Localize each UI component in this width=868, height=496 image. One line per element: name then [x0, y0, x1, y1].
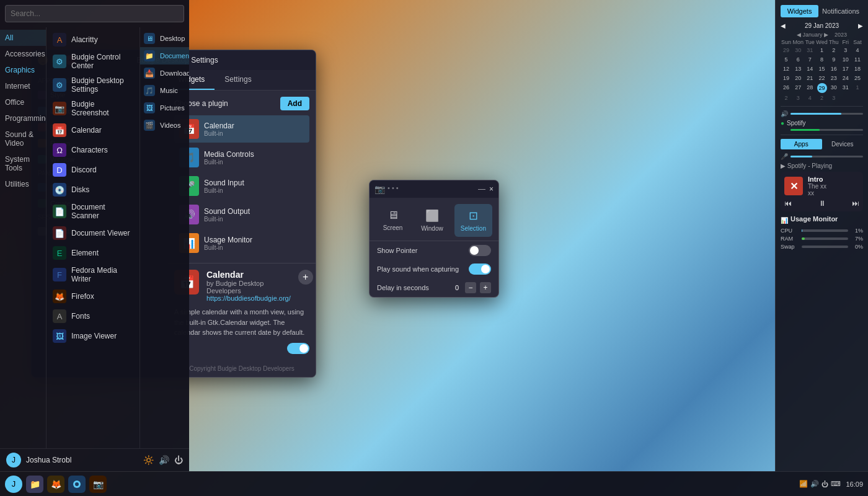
- cal-11[interactable]: 11: [852, 55, 863, 64]
- play-pause-btn[interactable]: ⏸: [818, 199, 826, 208]
- cal-4[interactable]: 4: [852, 46, 863, 55]
- tab-apps[interactable]: Apps: [781, 139, 822, 149]
- cal-26[interactable]: 26: [781, 83, 792, 93]
- cat-system-tools[interactable]: System Tools: [0, 151, 46, 176]
- brightness-icon[interactable]: 🔆: [143, 455, 154, 465]
- cal-3[interactable]: 3: [840, 46, 851, 55]
- cal-22[interactable]: 22: [816, 74, 827, 82]
- show-pointer-toggle[interactable]: [469, 245, 491, 256]
- plugin-toggle-switch[interactable]: [287, 343, 309, 354]
- cal-30-dec[interactable]: 30: [792, 46, 804, 55]
- cal-next-btn[interactable]: ▶: [858, 22, 863, 29]
- cal-2-feb[interactable]: 2: [781, 94, 792, 102]
- ss-selection-mode[interactable]: ⊡ Selection: [454, 204, 492, 237]
- app-image-viewer[interactable]: 🖼 Image Viewer: [46, 326, 140, 346]
- app-budgie-screenshot[interactable]: 📷 Budgie Screenshot: [46, 97, 140, 120]
- cal-19[interactable]: 19: [781, 74, 792, 82]
- ss-screen-mode[interactable]: 🖥 Screen: [376, 204, 410, 237]
- place-music[interactable]: 🎵 Music: [140, 82, 189, 99]
- cal-30[interactable]: 30: [828, 83, 839, 93]
- app-document-scanner[interactable]: 📄 Document Scanner: [46, 200, 140, 223]
- place-documents[interactable]: 📁 Documents: [140, 47, 189, 64]
- plugin-sound-input[interactable]: 🎤 Sound Input Built-in: [174, 172, 309, 200]
- ss-window-mode[interactable]: ⬜ Window: [415, 204, 450, 237]
- cat-accessories[interactable]: Accessories: [0, 46, 46, 62]
- app-budgie-desktop-settings[interactable]: ⚙ Budgie Desktop Settings: [46, 73, 140, 97]
- cal-23[interactable]: 23: [828, 74, 839, 82]
- cat-programming[interactable]: Programming: [0, 110, 46, 126]
- cal-25[interactable]: 25: [852, 74, 863, 82]
- place-pictures[interactable]: 🖼 Pictures: [140, 99, 189, 117]
- cat-sound-video[interactable]: Sound & Video: [0, 126, 46, 151]
- cal-20[interactable]: 20: [792, 74, 804, 82]
- plugin-media-controls[interactable]: 🎵 Media Controls Built-in: [174, 144, 309, 171]
- place-downloads[interactable]: 📥 Downloads: [140, 64, 189, 82]
- search-input[interactable]: [5, 5, 184, 22]
- app-characters[interactable]: Ω Characters: [46, 140, 140, 160]
- app-document-viewer[interactable]: 📄 Document Viewer: [46, 223, 140, 243]
- app-alacritty[interactable]: A Alacritty: [46, 30, 140, 50]
- play-sound-toggle[interactable]: [469, 264, 491, 275]
- cal-5[interactable]: 5: [781, 55, 792, 64]
- plugin-calendar[interactable]: 📅 Calendar Built-in: [174, 115, 309, 143]
- cat-utilities[interactable]: Utilities: [0, 176, 46, 192]
- ss-minimize-btn[interactable]: —: [478, 185, 485, 193]
- plugin-usage-monitor[interactable]: 📊 Usage Monitor Built-in: [174, 229, 309, 257]
- cal-27[interactable]: 27: [792, 83, 804, 93]
- cal-29-dec[interactable]: 29: [781, 46, 792, 55]
- app-discord[interactable]: D Discord: [46, 160, 140, 180]
- mic-bar[interactable]: [790, 156, 863, 157]
- app-firefox[interactable]: 🦊 Firefox: [46, 286, 140, 306]
- taskbar-firefox[interactable]: 🦊: [47, 476, 64, 493]
- cal-1[interactable]: 1: [816, 46, 827, 55]
- power-icon[interactable]: ⏻: [174, 455, 183, 465]
- cal-10[interactable]: 10: [840, 55, 851, 64]
- app-element[interactable]: E Element: [46, 243, 140, 263]
- cal-1-feb[interactable]: 1: [852, 83, 863, 93]
- delay-increase-btn[interactable]: +: [480, 282, 491, 293]
- cal-8[interactable]: 8: [816, 55, 827, 64]
- tab-devices[interactable]: Devices: [822, 139, 864, 149]
- place-videos[interactable]: 🎬 Videos: [140, 117, 189, 134]
- cal-17[interactable]: 17: [840, 64, 851, 73]
- cal-9[interactable]: 9: [828, 55, 839, 64]
- cal-7[interactable]: 7: [804, 55, 815, 64]
- app-budgie-control-center[interactable]: ⚙ Budgie Control Center: [46, 50, 140, 73]
- delay-decrease-btn[interactable]: −: [465, 282, 476, 293]
- cal-31[interactable]: 31: [840, 83, 851, 93]
- place-desktop[interactable]: 🖥 Desktop: [140, 30, 189, 47]
- app-calendar[interactable]: 📅 Calendar: [46, 120, 140, 140]
- cal-16[interactable]: 16: [828, 64, 839, 73]
- cal-2-feb2[interactable]: 2: [816, 94, 827, 102]
- cal-3-feb[interactable]: 3: [792, 94, 804, 102]
- tab-widgets[interactable]: Widgets: [781, 5, 818, 17]
- app-disks[interactable]: 💿 Disks: [46, 180, 140, 200]
- cat-internet[interactable]: Internet: [0, 78, 46, 94]
- plugin-add-button[interactable]: +: [298, 270, 313, 285]
- cal-2[interactable]: 2: [828, 46, 839, 55]
- taskbar-files[interactable]: 📁: [26, 476, 43, 493]
- cat-all[interactable]: All: [0, 30, 46, 46]
- cal-29-today[interactable]: 29: [817, 83, 827, 93]
- cal-24[interactable]: 24: [840, 74, 851, 82]
- cat-office[interactable]: Office: [0, 94, 46, 110]
- cal-3-feb2[interactable]: 3: [828, 94, 839, 102]
- spotify-volume-bar[interactable]: [790, 129, 863, 131]
- app-fonts[interactable]: A Fonts: [46, 306, 140, 326]
- cal-28[interactable]: 28: [804, 83, 815, 93]
- add-plugin-button[interactable]: Add: [280, 97, 309, 110]
- next-btn[interactable]: ⏭: [852, 199, 859, 208]
- taskbar-budgie[interactable]: [68, 476, 86, 493]
- ss-close-btn[interactable]: ×: [489, 185, 494, 193]
- cal-prev-btn[interactable]: ◀: [781, 22, 786, 29]
- tab-notifications[interactable]: Notifications: [818, 5, 863, 17]
- cal-18[interactable]: 18: [852, 64, 863, 73]
- cal-4-feb[interactable]: 4: [804, 94, 815, 102]
- taskbar-user-avatar[interactable]: J: [5, 476, 22, 493]
- cal-13[interactable]: 13: [792, 64, 804, 73]
- volume-icon[interactable]: 🔊: [159, 455, 169, 465]
- cal-6[interactable]: 6: [792, 55, 804, 64]
- cal-14[interactable]: 14: [804, 64, 815, 73]
- cal-12[interactable]: 12: [781, 64, 792, 73]
- plugin-detail-url[interactable]: https://buddiesofbudgie.org/: [206, 294, 291, 302]
